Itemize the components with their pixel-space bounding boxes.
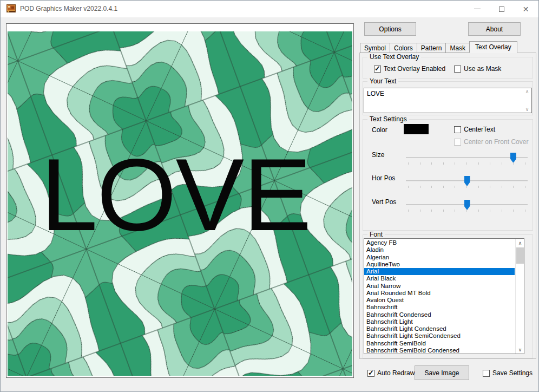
size-slider-ticks <box>408 162 525 165</box>
checkbox-label: Center on Front Cover <box>464 138 528 146</box>
font-item-arial-narrow[interactable]: Arial Narrow <box>364 283 515 290</box>
tab-colors[interactable]: Colors <box>390 43 417 53</box>
vert-pos-slider-thumb[interactable] <box>464 200 470 210</box>
vert-pos-slider[interactable] <box>406 199 528 210</box>
options-button[interactable]: Options <box>364 22 416 36</box>
scrollbar-thumb[interactable] <box>516 247 524 264</box>
save-image-button[interactable]: Save Image <box>415 365 469 380</box>
scroll-down-icon[interactable]: ∨ <box>525 107 529 112</box>
font-item-avalon-quest[interactable]: Avalon Quest <box>364 297 515 304</box>
maximize-button[interactable] <box>489 1 514 17</box>
group-title: Font <box>367 231 385 238</box>
font-item-bahnschrift-semibold-condensed[interactable]: Bahnschrift SemiBold Condensed <box>364 347 515 354</box>
font-item-bahnschrift-semibold[interactable]: Bahnschrift SemiBold <box>364 340 515 347</box>
font-item-arial-rounded-mt-bold[interactable]: Arial Rounded MT Bold <box>364 290 515 297</box>
font-item-agency-fb[interactable]: Agency FB <box>364 239 515 246</box>
group-title: Your Text <box>367 77 398 85</box>
minimize-icon <box>474 9 481 9</box>
font-item-bahnschrift-light[interactable]: Bahnschrift Light <box>364 318 515 325</box>
hor-pos-slider-thumb[interactable] <box>464 176 470 186</box>
checkbox-label: CenterText <box>464 126 495 133</box>
tab-symbol[interactable]: Symbol <box>360 43 390 53</box>
check-icon: ✓ <box>368 369 374 377</box>
checkbox-label: Auto Redraw <box>377 369 415 377</box>
hor-pos-slider-ticks <box>408 186 525 188</box>
checkbox-box: ✓ <box>367 370 374 377</box>
checkbox-box: ✓ <box>483 370 490 377</box>
checkbox-text-overlay-enabled[interactable]: ✓ Text Overlay Enabled <box>374 65 445 73</box>
font-list-scrollbar[interactable]: ∧ ∨ <box>515 239 524 354</box>
group-title: Text Settings <box>367 115 409 123</box>
size-slider[interactable] <box>406 152 528 163</box>
vert-pos-slider-ticks <box>408 210 525 212</box>
checkbox-center-on-front-cover: ✓ Center on Front Cover <box>454 138 528 146</box>
hor-pos-slider[interactable] <box>406 175 528 186</box>
checkbox-use-as-mask[interactable]: ✓ Use as Mask <box>454 65 501 73</box>
slider-track[interactable] <box>406 157 528 158</box>
font-item-bahnschrift-light-condensed[interactable]: Bahnschrift Light Condensed <box>364 325 515 332</box>
font-list: Agency FBAladinAlgerianAquilineTwoArialA… <box>364 238 524 354</box>
close-icon: ✕ <box>523 5 529 13</box>
size-slider-thumb[interactable] <box>510 153 516 163</box>
font-item-arial-black[interactable]: Arial Black <box>364 275 515 282</box>
checkbox-box: ✓ <box>454 126 461 133</box>
checkbox-box: ✓ <box>454 66 461 73</box>
checkbox-save-settings[interactable]: ✓ Save Settings <box>483 369 533 377</box>
tab-pattern[interactable]: Pattern <box>417 43 446 53</box>
checkbox-box: ✓ <box>454 139 461 146</box>
font-item-bahnschrift[interactable]: Bahnschrift <box>364 304 515 311</box>
checkbox-label: Save Settings <box>492 369 533 377</box>
font-item-arial[interactable]: Arial <box>364 268 515 275</box>
checkbox-box: ✓ <box>374 66 381 73</box>
font-item-bahnschrift-condensed[interactable]: Bahnschrift Condensed <box>364 311 515 318</box>
tab-mask[interactable]: Mask <box>445 43 469 53</box>
window-title: POD Graphics Maker v2022.0.4.1 <box>20 5 117 12</box>
size-label: Size <box>372 151 384 159</box>
canvas-overlay-text: LOVE <box>41 143 311 246</box>
check-icon: ✓ <box>374 64 380 73</box>
font-item-algerian[interactable]: Algerian <box>364 254 515 261</box>
app-icon <box>6 4 16 14</box>
tab-strip: SymbolColorsPatternMaskText Overlay <box>360 42 517 53</box>
checkbox-label: Use as Mask <box>464 65 501 73</box>
your-text-value: LOVE <box>367 90 384 97</box>
title-bar: POD Graphics Maker v2022.0.4.1 ✕ <box>1 1 538 17</box>
maximize-icon <box>499 6 504 12</box>
text-color-swatch[interactable] <box>404 124 429 134</box>
checkbox-auto-redraw[interactable]: ✓ Auto Redraw <box>367 369 415 377</box>
minimize-button[interactable] <box>465 1 489 17</box>
font-list-items: Agency FBAladinAlgerianAquilineTwoArialA… <box>364 239 515 354</box>
checkbox-label: Text Overlay Enabled <box>384 65 445 73</box>
scroll-up-icon[interactable]: ∧ <box>525 89 529 94</box>
font-item-bahnschrift-light-semicondensed[interactable]: Bahnschrift Light SemiCondensed <box>364 332 515 339</box>
font-item-aquilinetwo[interactable]: AquilineTwo <box>364 261 515 268</box>
hor-pos-label: Hor Pos <box>372 174 395 182</box>
scroll-up-icon[interactable]: ∧ <box>516 239 524 247</box>
textarea-scrollbar[interactable]: ∧ ∨ <box>523 89 531 112</box>
about-button[interactable]: About <box>468 22 521 36</box>
tab-text-overlay[interactable]: Text Overlay <box>469 41 517 53</box>
font-item-aladin[interactable]: Aladin <box>364 246 515 253</box>
vert-pos-label: Vert Pos <box>372 198 396 206</box>
preview-canvas: LOVE <box>6 23 354 378</box>
your-text-input[interactable]: LOVE ∧ ∨ <box>364 88 532 113</box>
checkbox-center-text[interactable]: ✓ CenterText <box>454 126 495 133</box>
color-label: Color <box>372 126 387 134</box>
group-title: Use Text Overlay <box>367 53 421 61</box>
scroll-down-icon[interactable]: ∨ <box>516 345 524 354</box>
close-button[interactable]: ✕ <box>514 1 538 17</box>
app-window: POD Graphics Maker v2022.0.4.1 ✕ LOVE Op… <box>0 0 539 392</box>
